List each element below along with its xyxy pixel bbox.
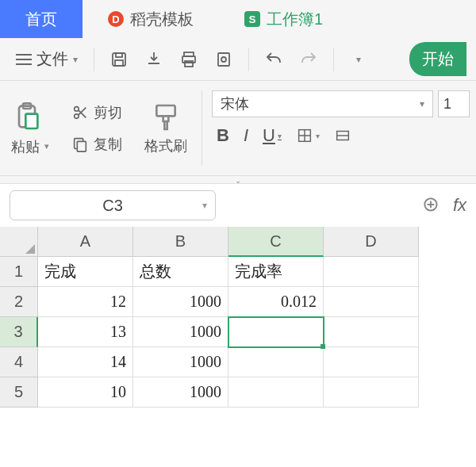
redo-icon — [299, 50, 318, 69]
paste-dropdown[interactable]: 粘贴 ▾ — [11, 137, 49, 156]
font-name-value: 宋体 — [221, 94, 249, 113]
file-menu-label: 文件 — [36, 48, 68, 70]
ribbon-collapse-handle[interactable]: ⌄ — [0, 176, 476, 184]
cut-label: 剪切 — [94, 103, 122, 122]
font-group: 宋体 ▾ 1 B I U ▾ ▾ — [205, 81, 476, 175]
col-header-c[interactable]: C — [228, 227, 324, 257]
svg-rect-5 — [185, 61, 193, 67]
cell-a3[interactable]: 13 — [38, 317, 133, 347]
paste-group: 粘贴 ▾ — [0, 81, 60, 175]
clipboard-icon — [11, 101, 43, 132]
copy-button[interactable]: 复制 — [71, 135, 122, 154]
row-header-1[interactable]: 1 — [0, 257, 38, 287]
cell-d2[interactable] — [324, 287, 419, 317]
row-header-5[interactable]: 5 — [0, 377, 38, 408]
quick-access-toolbar: 文件 ▾ ▾ 开始 — [0, 38, 476, 81]
ribbon-tab-start-label: 开始 — [422, 50, 454, 67]
cell-c2[interactable]: 0.012 — [228, 287, 324, 317]
scissors-icon — [71, 104, 89, 121]
italic-button[interactable]: I — [244, 125, 248, 146]
undo-icon — [264, 50, 283, 69]
svg-rect-14 — [77, 141, 86, 151]
underline-button[interactable]: U ▾ — [263, 125, 282, 146]
font-size-value: 1 — [443, 96, 451, 113]
save-as-button[interactable] — [139, 44, 169, 75]
format-painter-button[interactable]: 格式刷 — [144, 101, 187, 155]
format-painter-group: 格式刷 — [133, 81, 198, 175]
borders-button[interactable]: ▾ — [296, 127, 320, 144]
svg-rect-6 — [218, 53, 229, 66]
cell-b3[interactable]: 1000 — [133, 317, 228, 347]
dropdown-button[interactable]: ▾ — [344, 44, 374, 75]
divider — [333, 48, 334, 71]
cell-d1[interactable] — [324, 257, 419, 287]
chevron-down-icon: ▾ — [316, 132, 320, 140]
cell-d3[interactable] — [324, 317, 419, 347]
copy-label: 复制 — [94, 135, 122, 154]
svg-rect-10 — [25, 113, 37, 128]
cell-a1[interactable]: 完成 — [38, 257, 133, 287]
cell-c4[interactable] — [228, 347, 324, 377]
export-icon — [144, 50, 163, 69]
save-button[interactable] — [104, 44, 134, 75]
lookup-icon[interactable] — [421, 195, 442, 216]
cell-a5[interactable]: 10 — [38, 377, 133, 408]
cell-b5[interactable]: 1000 — [133, 377, 228, 408]
ribbon-tab-start[interactable]: 开始 — [409, 42, 466, 76]
col-header-d[interactable]: D — [324, 227, 419, 257]
font-name-select[interactable]: 宋体 ▾ — [212, 90, 433, 117]
tab-home[interactable]: 首页 — [0, 0, 83, 38]
bold-button[interactable]: B — [217, 125, 229, 146]
merge-icon — [334, 127, 351, 144]
svg-point-7 — [221, 57, 226, 62]
format-painter-label: 格式刷 — [144, 136, 187, 155]
divider — [94, 48, 94, 71]
cell-b4[interactable]: 1000 — [133, 347, 228, 377]
cell-a4[interactable]: 14 — [38, 347, 133, 377]
svg-rect-1 — [116, 53, 122, 57]
file-menu[interactable]: 文件 ▾ — [10, 44, 84, 75]
row-header-3[interactable]: 3 — [0, 317, 38, 347]
col-header-a[interactable]: A — [38, 227, 133, 257]
cut-button[interactable]: 剪切 — [71, 103, 122, 122]
save-icon — [109, 50, 129, 69]
tab-workbook[interactable]: S 工作簿1 — [219, 0, 348, 38]
cell-d5[interactable] — [324, 377, 419, 408]
ribbon: 粘贴 ▾ 剪切 复制 格式刷 宋体 ▾ 1 — [0, 81, 476, 176]
undo-button[interactable] — [259, 44, 289, 75]
chevron-down-icon: ▾ — [44, 141, 49, 151]
chevron-down-icon: ▾ — [420, 98, 424, 109]
paste-button[interactable] — [11, 101, 43, 132]
row-header-4[interactable]: 4 — [0, 347, 38, 377]
tab-workbook-label: 工作簿1 — [267, 9, 323, 30]
print-preview-button[interactable] — [209, 44, 239, 75]
col-header-b[interactable]: B — [133, 227, 228, 257]
cell-b1[interactable]: 总数 — [133, 257, 228, 287]
redo-button[interactable] — [294, 44, 324, 75]
cell-a2[interactable]: 12 — [38, 287, 133, 317]
name-box-value: C3 — [102, 197, 123, 215]
cell-c1[interactable]: 完成率 — [228, 257, 324, 287]
underline-label: U — [263, 125, 275, 146]
hamburger-icon — [16, 54, 32, 65]
row-header-2[interactable]: 2 — [0, 287, 38, 317]
cell-c5[interactable] — [228, 377, 324, 408]
print-icon — [179, 50, 198, 69]
cell-b2[interactable]: 1000 — [133, 287, 228, 317]
formula-buttons: fx — [421, 195, 466, 216]
borders-icon — [296, 127, 313, 144]
merge-button[interactable] — [334, 127, 351, 144]
name-box[interactable]: C3 ▾ — [10, 190, 216, 220]
fx-button[interactable]: fx — [453, 195, 466, 216]
paste-label: 粘贴 — [11, 137, 40, 156]
font-size-select[interactable]: 1 — [438, 90, 470, 117]
document-tabs: 首页 D 稻壳模板 S 工作簿1 — [0, 0, 476, 38]
chevron-down-icon: ▾ — [202, 200, 207, 211]
cell-d4[interactable] — [324, 347, 419, 377]
select-all-corner[interactable] — [0, 227, 38, 257]
formula-bar: C3 ▾ fx — [0, 184, 476, 227]
tab-template[interactable]: D 稻壳模板 — [83, 0, 219, 38]
brush-icon — [150, 101, 182, 133]
cell-c3[interactable] — [228, 317, 324, 347]
print-button[interactable] — [174, 44, 204, 75]
